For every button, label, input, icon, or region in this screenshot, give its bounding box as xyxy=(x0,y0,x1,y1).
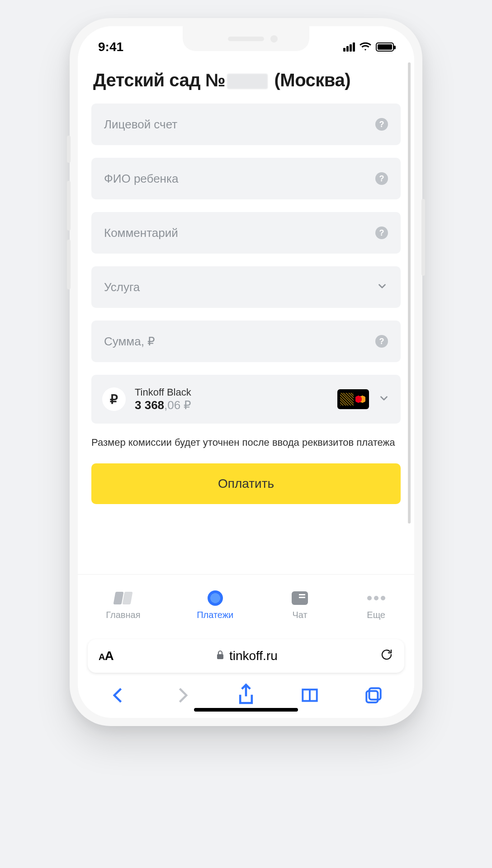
payments-icon xyxy=(208,590,223,606)
card-name: Tinkoff Black xyxy=(135,387,328,398)
title-prefix: Детский сад № xyxy=(93,70,225,90)
home-icon xyxy=(114,592,132,604)
card-balance: 3 368,06 ₽ xyxy=(135,398,328,412)
battery-icon xyxy=(376,42,394,52)
url-domain: tinkoff.ru xyxy=(229,649,278,663)
text-size-button[interactable]: AA xyxy=(99,649,114,663)
title-suffix: (Москва) xyxy=(270,70,350,90)
notch xyxy=(183,26,309,51)
tab-chat[interactable]: Чат xyxy=(290,590,310,620)
volume-up-button xyxy=(67,181,71,231)
service-select[interactable]: Услуга xyxy=(91,266,401,308)
balance-main: 3 368 xyxy=(135,398,164,412)
service-label: Услуга xyxy=(104,280,140,294)
comment-label: Комментарий xyxy=(104,226,178,240)
chevron-down-icon xyxy=(376,280,388,294)
tab-chat-label: Чат xyxy=(292,610,307,620)
page-content: Детский сад № (Москва) Лицевой счет ? ФИ… xyxy=(78,58,414,574)
more-icon xyxy=(367,596,385,600)
tab-more[interactable]: Еще xyxy=(366,590,386,620)
browser-tabs-button[interactable] xyxy=(364,685,383,705)
help-icon[interactable]: ? xyxy=(375,335,388,348)
svg-rect-2 xyxy=(366,691,378,703)
home-indicator[interactable] xyxy=(194,708,298,712)
app-bottom-nav: Главная Платежи Чат Еще xyxy=(78,574,414,633)
reload-button[interactable] xyxy=(380,648,393,665)
child-name-label: ФИО ребенка xyxy=(104,172,178,186)
balance-cents: ,06 ₽ xyxy=(164,398,191,412)
account-label: Лицевой счет xyxy=(104,118,177,132)
chat-icon xyxy=(292,591,308,605)
child-name-field[interactable]: ФИО ребенка ? xyxy=(91,158,401,199)
volume-down-button xyxy=(67,240,71,289)
svg-rect-0 xyxy=(217,654,223,659)
wifi-icon xyxy=(360,40,371,54)
chevron-down-icon xyxy=(378,392,390,406)
help-icon[interactable]: ? xyxy=(375,226,388,239)
commission-note: Размер комиссии будет уточнен после ввод… xyxy=(91,435,401,450)
screen: 9:41 Детский сад № (Москва) Лицевой счет… xyxy=(78,26,414,718)
page-title: Детский сад № (Москва) xyxy=(93,69,399,91)
browser-address-bar[interactable]: AA tinkoff.ru xyxy=(88,639,404,673)
payment-card-selector[interactable]: ₽ Tinkoff Black 3 368,06 ₽ xyxy=(91,375,401,424)
svg-rect-1 xyxy=(369,688,380,699)
url-display: tinkoff.ru xyxy=(216,649,278,663)
help-icon[interactable]: ? xyxy=(375,172,388,185)
browser-bookmarks-button[interactable] xyxy=(300,685,320,705)
lock-icon xyxy=(216,649,225,663)
status-indicators xyxy=(343,40,394,54)
account-field[interactable]: Лицевой счет ? xyxy=(91,104,401,145)
amount-field[interactable]: Сумма, ₽ ? xyxy=(91,321,401,362)
title-redacted-number xyxy=(227,74,268,89)
front-camera xyxy=(270,35,278,42)
ruble-icon: ₽ xyxy=(102,387,126,411)
browser-back-button[interactable] xyxy=(109,685,128,705)
browser-forward-button[interactable] xyxy=(172,685,192,705)
cellular-icon xyxy=(343,42,355,52)
amount-label: Сумма, ₽ xyxy=(104,335,155,349)
tab-home-label: Главная xyxy=(106,610,140,620)
tab-home[interactable]: Главная xyxy=(106,590,140,620)
card-art-icon xyxy=(337,389,369,409)
tab-more-label: Еще xyxy=(367,610,385,620)
side-button xyxy=(67,136,71,163)
power-button xyxy=(421,199,425,276)
card-info: Tinkoff Black 3 368,06 ₽ xyxy=(135,387,328,412)
phone-frame: 9:41 Детский сад № (Москва) Лицевой счет… xyxy=(70,18,422,726)
speaker xyxy=(228,37,264,41)
help-icon[interactable]: ? xyxy=(375,118,388,131)
tab-payments-label: Платежи xyxy=(197,610,233,620)
status-time: 9:41 xyxy=(98,40,123,54)
comment-field[interactable]: Комментарий ? xyxy=(91,212,401,254)
browser-share-button[interactable] xyxy=(236,685,256,705)
pay-button[interactable]: Оплатить xyxy=(91,463,401,504)
tab-payments[interactable]: Платежи xyxy=(197,590,233,620)
